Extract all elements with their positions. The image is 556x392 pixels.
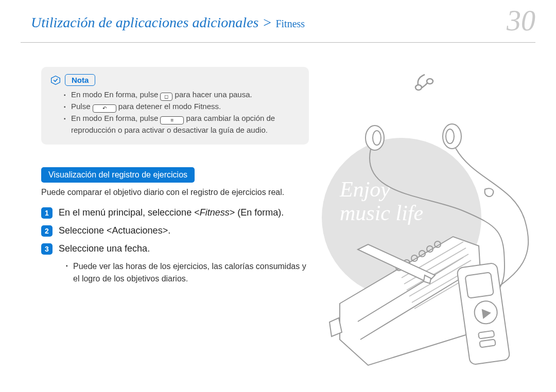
breadcrumb: Utilización de aplicaciones adicionales … <box>31 14 535 31</box>
breadcrumb-sep: > <box>258 14 275 30</box>
illustration: Enjoy music life <box>309 62 556 391</box>
note-item: En modo En forma, pulse ◻ para hacer una… <box>64 89 300 101</box>
svg-point-9 <box>419 251 425 257</box>
step-number-badge: 3 <box>41 243 53 255</box>
step-text: Seleccione una fecha. <box>59 242 150 255</box>
step-number-badge: 1 <box>41 207 53 219</box>
steps: 1 En el menú principal, seleccione <Fitn… <box>41 206 309 284</box>
svg-point-2 <box>366 126 384 150</box>
circle-bg <box>322 138 481 297</box>
svg-point-14 <box>473 299 499 325</box>
svg-point-8 <box>411 255 418 261</box>
content-column: Nota En modo En forma, pulse ◻ para hace… <box>41 67 309 284</box>
section-title: Visualización del registro de ejercicios <box>41 167 195 183</box>
svg-point-10 <box>427 246 433 252</box>
back-button-icon: ↶ <box>93 104 116 113</box>
step-text: Seleccione <Actuaciones>. <box>59 224 170 237</box>
step-3-subbullets: Puede ver las horas de los ejercicios, l… <box>41 260 309 284</box>
note-check-icon <box>50 75 61 85</box>
svg-point-4 <box>443 124 461 149</box>
svg-rect-16 <box>479 339 495 347</box>
pause-button-icon: ◻ <box>160 93 172 101</box>
note-list: En modo En forma, pulse ◻ para hacer una… <box>50 89 300 136</box>
svg-point-0 <box>415 85 422 90</box>
breadcrumb-sub: Fitness <box>275 18 305 29</box>
note-item: En modo En forma, pulse ≡ para cambiar l… <box>64 113 300 136</box>
note-header: Nota <box>50 74 300 86</box>
svg-point-5 <box>446 129 454 144</box>
breadcrumb-main: Utilización de aplicaciones adicionales <box>31 14 258 30</box>
step-3: 3 Seleccione una fecha. <box>41 242 309 255</box>
step-1: 1 En el menú principal, seleccione <Fitn… <box>41 206 309 219</box>
note-item: Pulse ↶ para detener el modo Fitness. <box>64 101 300 113</box>
svg-rect-15 <box>478 331 494 339</box>
page-number: 30 <box>507 4 535 37</box>
svg-point-1 <box>427 79 433 84</box>
divider <box>21 42 535 43</box>
svg-point-6 <box>396 264 402 271</box>
sub-bullet: Puede ver las horas de los ejercicios, l… <box>66 260 309 284</box>
step-text: En el menú principal, seleccione <Fitnes… <box>59 206 284 219</box>
svg-point-3 <box>373 131 381 145</box>
svg-rect-12 <box>457 262 510 365</box>
svg-point-11 <box>435 241 441 247</box>
note-badge: Nota <box>65 74 95 86</box>
manual-page: Utilización de aplicaciones adicionales … <box>0 0 556 392</box>
section-desc: Puede comparar el objetivo diario con el… <box>41 187 309 198</box>
step-number-badge: 2 <box>41 225 53 237</box>
svg-point-7 <box>404 260 410 266</box>
line-art-icon <box>309 62 556 391</box>
section: Visualización del registro de ejercicios… <box>41 145 309 198</box>
slogan: Enjoy music life <box>340 177 423 225</box>
step-2: 2 Seleccione <Actuaciones>. <box>41 224 309 237</box>
menu-button-icon: ≡ <box>160 116 184 124</box>
svg-rect-13 <box>465 272 494 298</box>
note-box: Nota En modo En forma, pulse ◻ para hace… <box>41 67 309 145</box>
